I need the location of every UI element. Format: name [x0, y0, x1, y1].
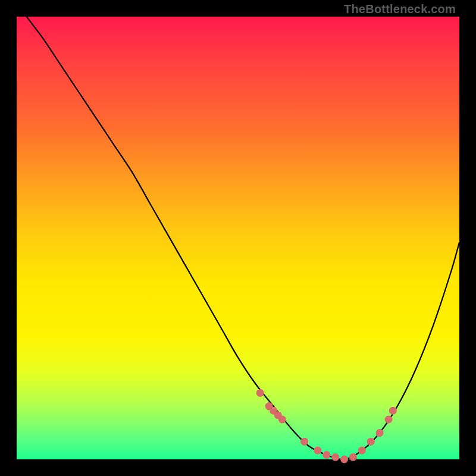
marker-dot [376, 429, 384, 437]
plot-area [17, 17, 459, 459]
marker-dot [367, 438, 375, 446]
marker-dot [389, 407, 397, 415]
marker-dot [385, 416, 393, 424]
curve-svg [17, 17, 459, 459]
marker-dot [340, 456, 348, 464]
marker-dot [278, 416, 286, 424]
marker-dot [300, 438, 308, 446]
bottleneck-curve [17, 4, 459, 459]
marker-dot [256, 389, 264, 397]
marker-dot [349, 453, 357, 461]
marker-dot [358, 447, 366, 455]
chart-container: TheBottleneck.com [0, 0, 476, 476]
watermark-text: TheBottleneck.com [344, 2, 456, 16]
marker-group [256, 389, 397, 464]
marker-dot [331, 453, 339, 461]
marker-dot [314, 447, 321, 455]
marker-dot [322, 451, 330, 459]
